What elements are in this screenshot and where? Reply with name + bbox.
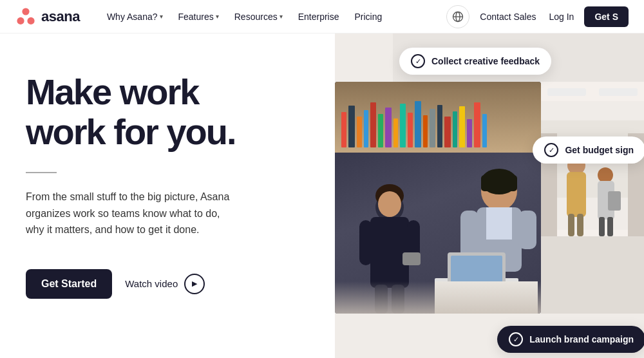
- logo[interactable]: asana: [15, 6, 80, 27]
- svg-point-1: [17, 17, 24, 24]
- svg-rect-24: [451, 256, 502, 285]
- hero-subtext: From the small stuff to the big picture,…: [26, 189, 232, 238]
- get-started-button[interactable]: Get Started: [26, 269, 112, 299]
- svg-rect-10: [359, 220, 372, 265]
- svg-rect-40: [541, 236, 644, 314]
- svg-point-0: [22, 8, 29, 15]
- nav-pricing[interactable]: Pricing: [348, 8, 388, 26]
- login-link[interactable]: Log In: [546, 8, 576, 26]
- hero-headline: Make work work for you.: [26, 72, 309, 151]
- contact-sales-link[interactable]: Contact Sales: [477, 8, 538, 26]
- language-selector-button[interactable]: [446, 5, 469, 28]
- nav-right: Contact Sales Log In Get S: [446, 5, 629, 28]
- svg-rect-19: [486, 207, 512, 240]
- svg-rect-7: [370, 217, 409, 288]
- nav-links: Why Asana? ▾ Features ▾ Resources ▾ Ente…: [100, 8, 446, 26]
- check-icon: ✓: [544, 143, 558, 157]
- svg-rect-33: [568, 214, 574, 236]
- svg-rect-21: [518, 211, 536, 249]
- svg-rect-27: [547, 88, 586, 96]
- check-icon: ✓: [411, 54, 425, 68]
- hero-image-main: [335, 82, 541, 314]
- svg-point-9: [378, 191, 401, 217]
- cta-row: Get Started Watch video ▶: [26, 269, 309, 299]
- badge-get-budget: ✓ Get budget sign: [533, 137, 644, 164]
- right-panel: ✓ Collect creative feedback ✓ Get budget…: [335, 33, 644, 358]
- main-content: Make work work for you. From the small s…: [0, 33, 644, 358]
- nav-why-asana[interactable]: Why Asana? ▾: [100, 8, 169, 26]
- chevron-down-icon: ▾: [279, 13, 283, 20]
- nav-features[interactable]: Features ▾: [172, 8, 225, 26]
- badge-collect-text: Collect creative feedback: [431, 56, 540, 66]
- nav-enterprise[interactable]: Enterprise: [292, 8, 346, 26]
- left-panel: Make work work for you. From the small s…: [0, 33, 335, 358]
- badge-launch-campaign: ✓ Launch brand campaign: [497, 326, 644, 353]
- svg-rect-14: [402, 252, 421, 265]
- svg-rect-38: [599, 217, 605, 236]
- svg-rect-17: [481, 175, 517, 191]
- nav-resources[interactable]: Resources ▾: [228, 8, 289, 26]
- hero-image-right: [541, 82, 644, 314]
- svg-rect-39: [607, 217, 613, 236]
- svg-rect-37: [608, 191, 621, 211]
- svg-point-35: [598, 167, 613, 183]
- badge-collect-creative: ✓ Collect creative feedback: [399, 48, 551, 75]
- navigation: asana Why Asana? ▾ Features ▾ Resources …: [0, 0, 644, 33]
- svg-point-2: [27, 17, 34, 24]
- svg-rect-28: [599, 88, 638, 96]
- svg-rect-32: [567, 172, 586, 217]
- badge-launch-text: Launch brand campaign: [529, 334, 634, 344]
- logo-text: asana: [41, 8, 80, 25]
- badge-budget-text: Get budget sign: [565, 145, 634, 155]
- chevron-down-icon: ▾: [160, 13, 163, 20]
- play-icon: ▶: [184, 274, 205, 294]
- svg-rect-34: [577, 214, 583, 236]
- chevron-down-icon: ▾: [216, 13, 219, 20]
- right-scene-svg: [541, 82, 644, 314]
- divider: [26, 172, 57, 173]
- get-started-nav-button[interactable]: Get S: [584, 6, 629, 27]
- check-icon: ✓: [509, 332, 523, 346]
- watch-video-button[interactable]: Watch video ▶: [125, 274, 205, 294]
